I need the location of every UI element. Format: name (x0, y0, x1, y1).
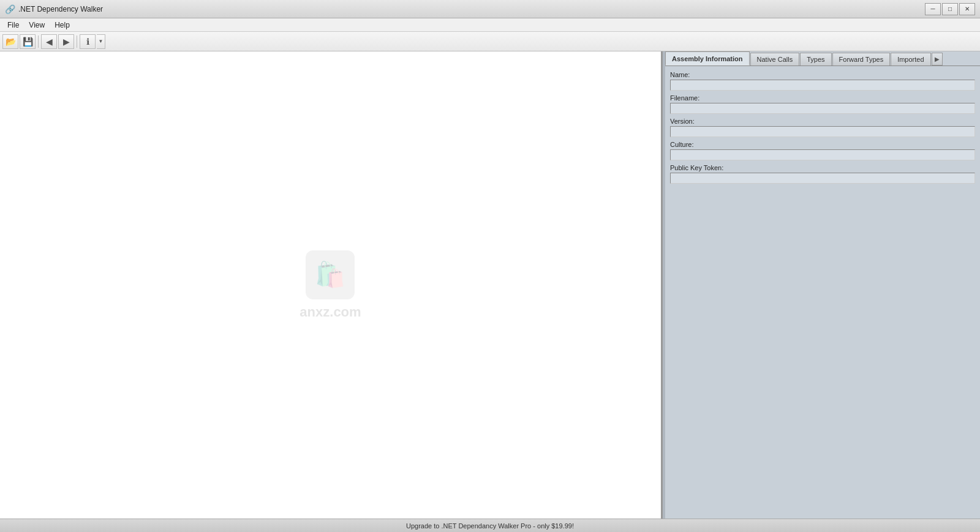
version-field-group: Version: (670, 118, 975, 137)
window-title: .NET Dependency Walker (18, 5, 925, 13)
filename-input[interactable] (670, 103, 975, 114)
forward-button[interactable]: ▶ (58, 34, 74, 49)
toolbar: 📂 💾 ◀ ▶ ℹ ▼ (0, 32, 980, 51)
version-label: Version: (670, 118, 975, 125)
tab-forward-types[interactable]: Forward Types (832, 53, 891, 66)
menu-bar: File View Help (0, 18, 980, 32)
filename-field-group: Filename: (670, 94, 975, 114)
watermark-text: anxz.com (300, 304, 361, 320)
app-icon: 🔗 (5, 4, 15, 14)
tab-types[interactable]: Types (800, 53, 831, 66)
culture-label: Culture: (670, 141, 975, 148)
maximize-button[interactable]: □ (942, 3, 958, 15)
window-controls: ─ □ ✕ (925, 3, 975, 15)
right-panel: Assembly Information Native Calls Types … (665, 51, 980, 519)
info-button[interactable]: ℹ (80, 34, 96, 49)
open-button[interactable]: 📂 (2, 34, 18, 49)
public-key-token-field-group: Public Key Token: (670, 164, 975, 184)
culture-field-group: Culture: (670, 141, 975, 160)
title-bar: 🔗 .NET Dependency Walker ─ □ ✕ (0, 0, 980, 18)
name-field-group: Name: (670, 71, 975, 91)
tree-view-panel: 🛍️ anxz.com (0, 51, 663, 519)
main-layout: 🛍️ anxz.com Assembly Information Native … (0, 51, 980, 519)
watermark-icon: 🛍️ (306, 250, 355, 299)
filename-label: Filename: (670, 94, 975, 102)
toolbar-dropdown[interactable]: ▼ (97, 34, 105, 49)
right-content: Name: Filename: Version: Culture: Public… (665, 66, 980, 519)
public-key-token-input[interactable] (670, 173, 975, 184)
name-input[interactable] (670, 80, 975, 91)
minimize-button[interactable]: ─ (925, 3, 941, 15)
name-label: Name: (670, 71, 975, 78)
tabs-container: Assembly Information Native Calls Types … (665, 51, 980, 66)
culture-input[interactable] (670, 149, 975, 160)
status-bar: Upgrade to .NET Dependancy Walker Pro - … (0, 519, 980, 532)
watermark: 🛍️ anxz.com (300, 250, 361, 320)
toolbar-separator-1 (38, 36, 39, 48)
toolbar-separator-2 (77, 36, 77, 48)
menu-help[interactable]: Help (50, 20, 75, 31)
save-button[interactable]: 💾 (20, 34, 36, 49)
menu-view[interactable]: View (24, 20, 50, 31)
tab-assembly-information[interactable]: Assembly Information (665, 51, 750, 66)
close-button[interactable]: ✕ (959, 3, 975, 15)
status-message: Upgrade to .NET Dependancy Walker Pro - … (406, 522, 574, 530)
tab-imported[interactable]: Imported (891, 53, 930, 66)
menu-file[interactable]: File (2, 20, 24, 31)
tabs-more-button[interactable]: ▶ (932, 53, 943, 66)
public-key-token-label: Public Key Token: (670, 164, 975, 171)
tab-native-calls[interactable]: Native Calls (750, 53, 800, 66)
version-input[interactable] (670, 126, 975, 137)
back-button[interactable]: ◀ (41, 34, 57, 49)
